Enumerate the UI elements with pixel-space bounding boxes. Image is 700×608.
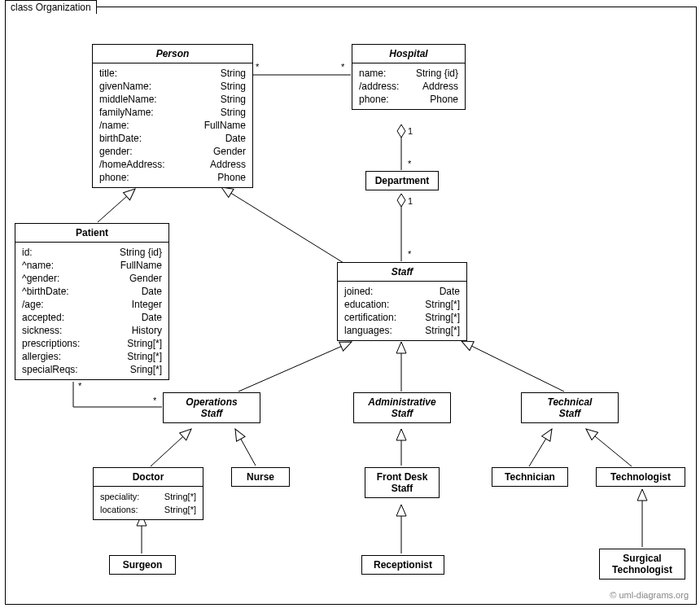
class-title: Operations Staff (164, 393, 260, 422)
attr-row: certification:String[*] (344, 311, 460, 324)
attr-row: birthDate:Date (99, 132, 246, 145)
class-title: Department (366, 172, 438, 190)
attr-row: languages:String[*] (344, 324, 460, 337)
attr-row: phone:Phone (99, 171, 246, 184)
attr-row: /address:Address (359, 80, 458, 93)
attr-row: specialReqs:Sring[*] (22, 363, 162, 376)
class-title: Nurse (232, 468, 289, 486)
mult-label: 1 (408, 126, 413, 136)
attrs-hospital: name:String {id}/address:Addressphone:Ph… (352, 63, 465, 109)
class-surgtech: Surgical Technologist (599, 549, 685, 580)
mult-label: * (78, 381, 81, 391)
class-title: Technician (492, 468, 567, 486)
mult-label: * (408, 159, 411, 168)
class-title: Hospital (352, 45, 465, 63)
class-title: Technical Staff (522, 393, 618, 422)
attr-row: gender:Gender (99, 145, 246, 158)
attr-row: /homeAddress:Address (99, 158, 246, 171)
mult-label: * (153, 396, 156, 405)
attr-row: ^name:FullName (22, 259, 162, 272)
class-ops: Operations Staff (163, 392, 260, 423)
mult-label: * (408, 249, 411, 259)
class-title: Doctor (94, 468, 203, 487)
attr-row: ^gender:Gender (22, 272, 162, 285)
attr-row: /age:Integer (22, 298, 162, 311)
class-title: Patient (15, 224, 168, 243)
class-admin: Administrative Staff (353, 392, 451, 423)
attrs-doctor: speciality:String[*]locations:String[*] (94, 487, 203, 519)
class-surgeon: Surgeon (109, 555, 176, 575)
attrs-person: title:StringgivenName:StringmiddleName:S… (93, 63, 252, 187)
class-title: Technologist (597, 468, 685, 486)
attr-row: middleName:String (99, 93, 246, 106)
class-technologist: Technologist (596, 467, 685, 487)
class-title: Receptionist (362, 556, 444, 574)
class-department: Department (365, 171, 439, 190)
attr-row: allergies:String[*] (22, 350, 162, 363)
class-doctor: Doctor speciality:String[*]locations:Str… (93, 467, 203, 520)
mult-label: * (341, 62, 344, 72)
class-staff: Staff joined:Dateeducation:String[*]cert… (337, 262, 467, 341)
attr-row: ^birthDate:Date (22, 285, 162, 298)
attr-row: education:String[*] (344, 298, 460, 311)
attr-row: prescriptions:String[*] (22, 337, 162, 350)
attr-row: sickness:History (22, 324, 162, 337)
line1: Front Desk (370, 471, 434, 483)
class-person: Person title:StringgivenName:Stringmiddl… (92, 44, 253, 188)
class-title: Surgeon (110, 556, 175, 574)
attr-row: id:String {id} (22, 246, 162, 259)
class-title: Front Desk Staff (365, 468, 439, 497)
line2: Staff (168, 408, 255, 419)
line2: Staff (370, 483, 434, 494)
class-title: Surgical Technologist (600, 549, 685, 579)
attr-row: name:String {id} (359, 67, 458, 80)
copyright: © uml-diagrams.org (610, 590, 689, 600)
line1: Operations (168, 396, 255, 408)
class-technician: Technician (492, 467, 568, 487)
attrs-patient: id:String {id}^name:FullName^gender:Gend… (15, 243, 168, 379)
class-nurse: Nurse (231, 467, 290, 487)
attrs-staff: joined:Dateeducation:String[*]certificat… (338, 282, 466, 340)
line2: Staff (527, 408, 613, 419)
attr-row: givenName:String (99, 80, 246, 93)
class-title: Staff (338, 263, 466, 282)
frame-title: class Organization (5, 0, 97, 14)
class-title: Administrative Staff (354, 393, 450, 422)
line1: Surgical (605, 553, 680, 564)
attr-row: familyName:String (99, 106, 246, 119)
attr-row: title:String (99, 67, 246, 80)
mult-label: * (256, 62, 259, 72)
attr-row: locations:String[*] (100, 503, 196, 516)
class-title: Person (93, 45, 252, 63)
class-receptionist: Receptionist (361, 555, 444, 575)
class-patient: Patient id:String {id}^name:FullName^gen… (15, 223, 169, 380)
attr-row: accepted:Date (22, 311, 162, 324)
mult-label: 1 (408, 196, 413, 206)
line2: Staff (359, 408, 445, 419)
line1: Technical (527, 396, 613, 408)
line1: Administrative (359, 396, 445, 408)
line2: Technologist (605, 564, 680, 575)
diagram-canvas: class Organization (0, 0, 700, 608)
class-hospital: Hospital name:String {id}/address:Addres… (352, 44, 466, 110)
attr-row: /name:FullName (99, 119, 246, 132)
class-frontdesk: Front Desk Staff (365, 467, 440, 498)
attr-row: joined:Date (344, 285, 460, 298)
attr-row: speciality:String[*] (100, 490, 196, 503)
class-tech: Technical Staff (521, 392, 619, 423)
attr-row: phone:Phone (359, 93, 458, 106)
